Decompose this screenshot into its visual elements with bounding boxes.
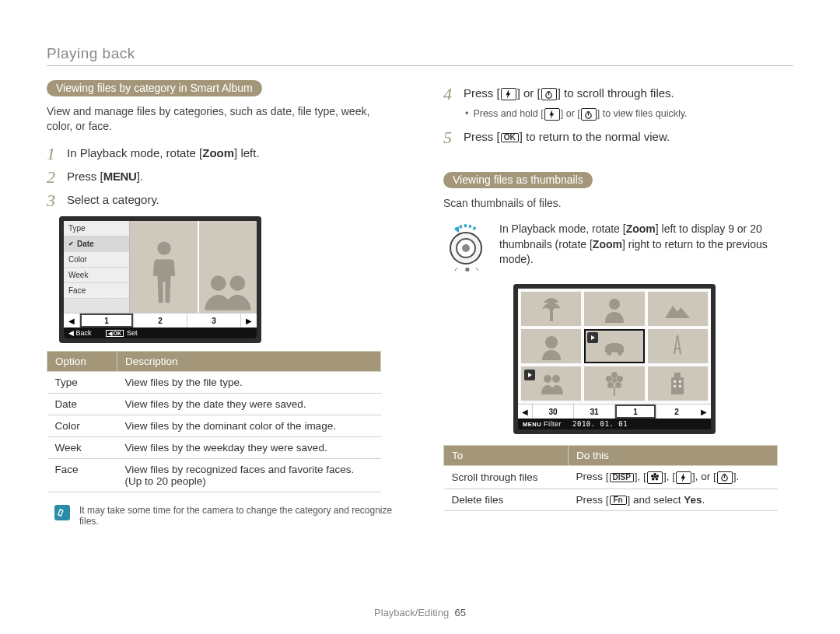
strip-left-icon: ◀ [64, 313, 80, 328]
svg-text:⤢: ⤢ [454, 267, 458, 271]
footer-section: Playback/Editing [374, 607, 449, 618]
status-bar: Back OKSet [64, 328, 257, 338]
menu-face: Face [64, 283, 129, 299]
step-5-text: Press [OK] to return to the normal view. [464, 128, 670, 145]
pill-smart-album: Viewing files by category in Smart Album [47, 80, 262, 96]
svg-text:▦: ▦ [465, 267, 470, 271]
timer-right-icon [541, 88, 557, 100]
pill-thumbnails: Viewing files as thumbnails [443, 172, 593, 188]
svg-point-1 [229, 276, 245, 292]
thumb-mountain-icon [648, 292, 708, 326]
date-strip: ◀ 1 2 3 ▶ [64, 313, 257, 328]
opt-date: Date [47, 394, 117, 415]
strip2-c4: 2 [656, 405, 697, 419]
strip-cell-3: 3 [187, 313, 240, 328]
svg-point-19 [611, 372, 618, 378]
svg-point-0 [211, 276, 226, 292]
strip2-left-icon: ◀ [518, 405, 532, 419]
svg-point-21 [617, 376, 623, 382]
svg-point-20 [606, 376, 612, 382]
menu-date: Date [64, 236, 129, 252]
thumb-flower-icon [584, 366, 644, 401]
svg-point-15 [618, 351, 622, 356]
note-icon [54, 505, 70, 520]
svg-text:⤡: ⤡ [475, 267, 479, 271]
thumb-people-icon [198, 221, 257, 313]
macro-icon [647, 471, 663, 484]
note-text: It may take some time for the camera to … [79, 505, 397, 527]
opt-week-d: View files by the weekday they were save… [117, 437, 381, 459]
opt-type-d: View files by the file type. [117, 372, 381, 394]
smart-album-intro: View and manage files by categories, suc… [47, 104, 397, 134]
thumbnails-intro: Scan thumbnails of files. [443, 196, 793, 211]
thumb-portrait-icon [584, 292, 644, 326]
zoom-dial-icon: ⤢ ▦ ⤡ [443, 222, 488, 273]
thumb-person2-icon [521, 329, 581, 363]
svg-point-13 [545, 336, 558, 349]
thumb-building-icon [648, 366, 708, 401]
opt-face: Face [47, 459, 117, 492]
flash-left-icon-b [544, 108, 560, 121]
do-delete: Press [Fn] and select Yes. [569, 489, 778, 510]
svg-point-36 [655, 478, 658, 481]
thumb-car-icon [584, 329, 644, 363]
note-box: It may take some time for the camera to … [54, 505, 397, 527]
video-badge-icon [587, 332, 598, 343]
strip-right-icon: ▶ [240, 313, 257, 328]
strip-cell-2: 2 [134, 313, 187, 328]
strip2-c2: 31 [573, 405, 614, 419]
status2-date: 2010. 01. 01 [572, 420, 628, 428]
opt-color-d: View files by the dominant color of the … [117, 415, 381, 437]
svg-point-23 [615, 382, 621, 388]
optable-h-desc: Description [117, 352, 381, 372]
to-scroll: Scroll through ﬁles [444, 466, 569, 489]
svg-point-31 [653, 475, 656, 478]
strip2-c1: 30 [532, 405, 573, 419]
step-num-5: 5 [443, 128, 456, 147]
svg-point-34 [656, 475, 659, 478]
svg-point-35 [652, 478, 655, 481]
step-2-text: Press [MENU]. [67, 168, 143, 184]
step-num-3: 3 [47, 191, 59, 210]
step-1-text: In Playback mode, rotate [Zoom] left. [67, 145, 260, 161]
svg-rect-29 [674, 385, 676, 387]
options-table: Option Description TypeView files by the… [47, 351, 381, 492]
svg-point-7 [462, 244, 470, 252]
strip2-right-icon: ▶ [697, 405, 711, 419]
flash-icon [676, 471, 691, 484]
strip-cell-1: 1 [80, 313, 134, 328]
thumb-tower-icon [648, 329, 708, 363]
svg-point-22 [607, 382, 614, 388]
to-do-table: To Do this Scroll through ﬁles Press [DI… [443, 445, 778, 510]
zoom-instruction: In Playback mode, rotate [Zoom] left to … [499, 222, 793, 268]
video-badge-icon [524, 370, 535, 380]
svg-point-12 [609, 299, 620, 310]
right-column: 4 Press [] or [] to scroll through files… [443, 80, 793, 527]
svg-rect-28 [679, 380, 681, 383]
totable-h-do: Do this [569, 446, 778, 466]
lcd-thumbnails: ◀ 30 31 1 2 ▶ MENU Filter 2010. 01. 01 [513, 284, 716, 434]
svg-point-16 [544, 375, 551, 383]
do-scroll: Press [DISP], [], [], or []. [569, 466, 778, 489]
flash-left-icon [501, 88, 516, 100]
optable-h-option: Option [47, 352, 117, 372]
menu-color: Color [64, 252, 129, 268]
opt-week: Week [47, 437, 117, 459]
totable-h-to: To [444, 446, 569, 466]
svg-point-14 [607, 351, 611, 356]
ok-icon: OK [501, 133, 519, 142]
thumb-person-icon [130, 221, 198, 313]
step-4-text: Press [] or [] to scroll through files. [464, 85, 674, 101]
opt-type: Type [47, 372, 117, 394]
category-menu: Type Date Color Week Face [64, 221, 130, 313]
thumb-palm-icon [521, 292, 581, 326]
status2-menu-label: MENU [523, 421, 541, 428]
step-num-1: 1 [47, 145, 59, 163]
step-num-4: 4 [443, 85, 456, 103]
status-bar-2: MENU Filter 2010. 01. 01 [518, 419, 711, 429]
svg-rect-24 [614, 387, 615, 396]
step-4-bullet: •Press and hold [] or [] to view files q… [465, 108, 793, 121]
left-column: Viewing files by category in Smart Album… [47, 80, 397, 527]
svg-point-17 [552, 375, 560, 383]
svg-point-18 [612, 378, 617, 383]
